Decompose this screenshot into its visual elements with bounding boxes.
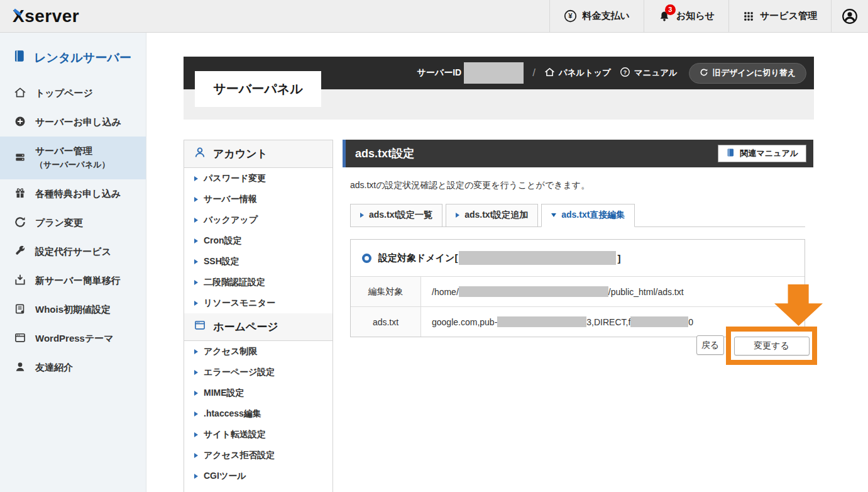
window-icon bbox=[14, 332, 26, 346]
related-manual-label: 関連マニュアル bbox=[740, 148, 798, 159]
menu-item-htaccess[interactable]: .htaccess編集 bbox=[184, 403, 332, 424]
gift-icon bbox=[14, 187, 26, 201]
sidebar-item-server-migration[interactable]: 新サーバー簡単移行 bbox=[0, 266, 146, 295]
server-id-redacted bbox=[464, 62, 524, 84]
menu-item-server-info[interactable]: サーバー情報 bbox=[184, 189, 332, 210]
menu-item-cron[interactable]: Cron設定 bbox=[184, 230, 332, 251]
menu-item-password-change[interactable]: パスワード変更 bbox=[184, 168, 332, 189]
switch-old-design-button[interactable]: 旧デザインに切り替え bbox=[689, 63, 806, 84]
menu-item-ssh[interactable]: SSH設定 bbox=[184, 251, 332, 272]
sidebar-item-label: サーバーお申し込み bbox=[35, 116, 121, 128]
bell-icon: 3 bbox=[658, 10, 671, 23]
grid-icon bbox=[743, 11, 754, 22]
tab-ads-txt-direct-edit[interactable]: ads.txt直接編集 bbox=[541, 204, 635, 227]
sidebar-item-label: プラン変更 bbox=[35, 217, 83, 229]
tab-ads-txt-add[interactable]: ads.txt設定追加 bbox=[446, 204, 538, 227]
menu-item-cgi-tools[interactable]: CGIツール bbox=[184, 466, 332, 486]
chevron-down-icon bbox=[551, 213, 556, 217]
panel-top-link[interactable]: パネルトップ bbox=[544, 67, 611, 79]
ads-txt-part-3: 0 bbox=[688, 317, 693, 327]
highlight-frame: 変更する bbox=[726, 327, 817, 365]
menu-item-label: 二段階認証設定 bbox=[204, 277, 265, 288]
payment-menu-item[interactable]: ¥ 料金支払い bbox=[549, 0, 644, 32]
menu-item-backup[interactable]: バックアップ bbox=[184, 210, 332, 230]
menu-item-label: パスワード変更 bbox=[204, 173, 266, 184]
chevron-right-icon bbox=[194, 432, 198, 437]
target-domain-prefix: 設定対象ドメイン[ bbox=[378, 252, 458, 264]
sidebar-item-server-apply[interactable]: サーバーお申し込み bbox=[0, 108, 146, 137]
tab-ads-txt-list[interactable]: ads.txt設定一覧 bbox=[350, 204, 442, 227]
server-id-label: サーバーID bbox=[417, 67, 461, 79]
chevron-right-icon bbox=[194, 301, 198, 306]
svg-text:?: ? bbox=[624, 69, 627, 75]
service-management-menu-item[interactable]: サービス管理 bbox=[728, 0, 831, 32]
svg-text:¥: ¥ bbox=[568, 12, 573, 20]
switch-old-design-label: 旧デザインに切り替え bbox=[713, 67, 796, 79]
tab-label: ads.txt設定一覧 bbox=[369, 210, 432, 221]
publisher-id-redacted bbox=[497, 316, 586, 327]
ads-txt-label: ads.txt bbox=[351, 307, 421, 337]
menu-item-site-transfer[interactable]: サイト転送設定 bbox=[184, 424, 332, 445]
menu-item-label: Cron設定 bbox=[204, 235, 242, 247]
server-panel-title: サーバーパネル bbox=[213, 81, 302, 98]
sidebar-item-label: 各種特典お申し込み bbox=[35, 188, 121, 200]
ads-txt-table: 設定対象ドメイン[ ] 編集対象 /home/ /public_html/ads… bbox=[350, 239, 805, 337]
sidebar-item-benefits[interactable]: 各種特典お申し込み bbox=[0, 179, 146, 208]
xserver-logo[interactable]: Xserver bbox=[13, 6, 79, 26]
sidebar-item-setup-service[interactable]: 設定代行サービス bbox=[0, 237, 146, 266]
related-manual-button[interactable]: 関連マニュアル bbox=[718, 145, 806, 162]
sidebar-item-label: 新サーバー簡単移行 bbox=[35, 275, 121, 287]
chevron-right-icon bbox=[194, 197, 198, 202]
target-domain-cell: 設定対象ドメイン[ ] bbox=[351, 240, 805, 276]
notifications-label: お知らせ bbox=[676, 10, 715, 22]
server-id: サーバーID bbox=[417, 62, 524, 84]
payment-label: 料金支払い bbox=[583, 10, 630, 22]
tab-bar: ads.txt設定一覧 ads.txt設定追加 ads.txt直接編集 bbox=[350, 204, 805, 227]
account-menu-item[interactable] bbox=[831, 0, 868, 32]
xserver-logo-text: Xserver bbox=[13, 6, 79, 26]
menu-section-account: アカウント bbox=[184, 140, 332, 168]
menu-item-label: サーバー情報 bbox=[204, 194, 257, 205]
menu-section-title: アカウント bbox=[213, 147, 268, 161]
person-circle-icon bbox=[842, 8, 858, 25]
menu-item-label: CGIツール bbox=[204, 471, 246, 482]
server-icon bbox=[14, 151, 26, 165]
change-button[interactable]: 変更する bbox=[734, 337, 810, 355]
content-title-bar: ads.txt設定 関連マニュアル bbox=[343, 140, 813, 167]
chevron-right-icon bbox=[194, 218, 198, 223]
menu-section-homepage: ホームページ bbox=[184, 313, 332, 341]
menu-item-label: サイト転送設定 bbox=[204, 429, 266, 440]
sidebar-item-label: Whois初期値設定 bbox=[35, 304, 111, 316]
menu-item-two-factor[interactable]: 二段階認証設定 bbox=[184, 272, 332, 293]
refresh-icon bbox=[700, 68, 708, 79]
sidebar-item-sublabel: （サーバーパネル） bbox=[35, 159, 110, 171]
sidebar-item-wordpress-theme[interactable]: WordPressテーマ bbox=[0, 324, 146, 353]
question-circle-icon: ? bbox=[620, 67, 630, 79]
sidebar-item-referral[interactable]: 友達紹介 bbox=[0, 353, 146, 382]
menu-item-access-restriction[interactable]: アクセス制限 bbox=[184, 341, 332, 362]
left-sidebar: レンタルサーバー トップページ サーバーお申し込み サーバー管理 （サーバーパネ… bbox=[0, 33, 146, 492]
menu-item-error-page[interactable]: エラーページ設定 bbox=[184, 362, 332, 383]
sidebar-item-whois[interactable]: Whois初期値設定 bbox=[0, 295, 146, 324]
target-domain-text: 設定対象ドメイン[ ] bbox=[378, 251, 620, 265]
sidebar-item-label: 設定代行サービス bbox=[35, 246, 111, 258]
menu-item-label: SSH設定 bbox=[204, 256, 239, 267]
menu-item-mime[interactable]: MIME設定 bbox=[184, 383, 332, 403]
back-button[interactable]: 戻る bbox=[696, 335, 724, 355]
notifications-menu-item[interactable]: 3 お知らせ bbox=[644, 0, 728, 32]
sidebar-item-server-management[interactable]: サーバー管理 （サーバーパネル） bbox=[0, 137, 146, 179]
sidebar-item-plan-change[interactable]: プラン変更 bbox=[0, 208, 146, 237]
tab-label: ads.txt設定追加 bbox=[464, 210, 528, 221]
path-redacted bbox=[459, 286, 608, 297]
sidebar-item-top-page[interactable]: トップページ bbox=[0, 79, 146, 108]
manual-link[interactable]: ? マニュアル bbox=[620, 67, 678, 79]
menu-item-access-deny[interactable]: アクセス拒否設定 bbox=[184, 445, 332, 466]
domain-redacted bbox=[459, 251, 616, 265]
menu-item-resource-monitor[interactable]: リソースモニター bbox=[184, 293, 332, 313]
document-icon bbox=[14, 303, 26, 317]
edit-target-row: 編集対象 /home/ /public_html/ads.txt bbox=[351, 276, 805, 306]
sidebar-title-rental-server[interactable]: レンタルサーバー bbox=[0, 33, 146, 66]
sidebar-nav-list: トップページ サーバーお申し込み サーバー管理 （サーバーパネル） 各種特典お申… bbox=[0, 79, 146, 382]
book-icon bbox=[726, 148, 735, 159]
radio-ring-icon[interactable] bbox=[362, 254, 371, 263]
